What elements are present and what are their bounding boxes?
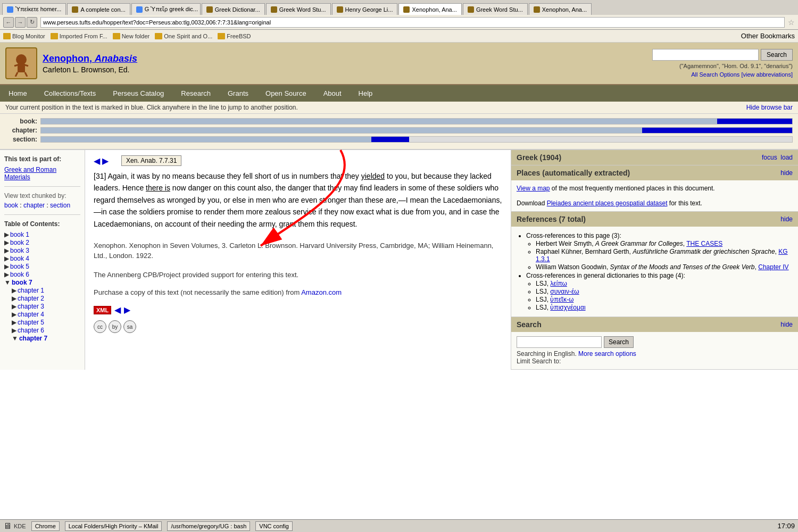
nav-grants[interactable]: Grants (219, 85, 257, 102)
bookmark-new[interactable]: New folder (113, 33, 150, 39)
references-header: References (7 total) hide (511, 212, 798, 227)
nav-opensource[interactable]: Open Source (257, 85, 315, 102)
cc-icon: cc (94, 320, 106, 333)
ref-link-1[interactable]: THE CASES (686, 240, 722, 247)
search-hide[interactable]: hide (780, 321, 793, 328)
cross-ref-sub-list: Herbert Weir Smyth, A Greek Grammar for … (526, 240, 793, 271)
nav-research[interactable]: Research (172, 85, 219, 102)
tab-icon-9 (534, 6, 540, 13)
forward-button[interactable]: → (15, 17, 26, 28)
sa-icon: sa (123, 320, 136, 333)
cross-dict-title-item: Cross-references in general dictionaries… (526, 272, 793, 311)
view-abbreviations[interactable]: [view abbreviations] (741, 71, 793, 78)
xml-button[interactable]: XML (94, 306, 111, 314)
nav-catalog[interactable]: Perseus Catalog (104, 85, 172, 102)
prev-arrow-bottom[interactable]: ◀ (114, 305, 121, 315)
focus-link[interactable]: focus (762, 154, 777, 161)
view-map-link[interactable]: View a map (517, 185, 550, 192)
more-search-options-link[interactable]: More search options (578, 350, 636, 358)
toc-chapter-4[interactable]: ▶ chapter 4 (12, 311, 80, 318)
word-there-is[interactable]: there is (146, 184, 170, 192)
dict-link-2[interactable]: συναιν-έω (550, 288, 579, 295)
nav-collections[interactable]: Collections/Texts (36, 85, 105, 102)
browse-book-track[interactable] (40, 118, 793, 124)
header-search-input[interactable] (652, 49, 759, 61)
toc-chapter-7[interactable]: ▼ chapter 7 (12, 335, 80, 342)
bookmark-blog[interactable]: Blog Monitor (3, 33, 45, 39)
load-link[interactable]: load (780, 154, 793, 161)
next-arrow-bottom[interactable]: ▶ (124, 305, 130, 315)
nav-help[interactable]: Help (350, 85, 381, 102)
greek-title: Greek (1904) (517, 153, 561, 162)
tab-7[interactable]: Xenophon, Ana... (398, 3, 461, 15)
nav-about[interactable]: About (315, 85, 350, 102)
ref-link-3[interactable]: Chapter IV (758, 263, 788, 271)
dict-link-3[interactable]: ὑπεῖκ-ω (550, 296, 573, 303)
arrow-icon: ▶ (4, 239, 9, 246)
toc-chapter-1[interactable]: ▶ chapter 1 (12, 287, 80, 294)
tab-4[interactable]: Greek Dictionar... (202, 3, 265, 15)
chunk-chapter-link[interactable]: chapter (23, 202, 45, 209)
ref-title-3: Syntax of the Moods and Tenses of the Gr… (610, 263, 755, 271)
all-search-options-link[interactable]: All Search Options (691, 71, 739, 78)
header-search-button[interactable]: Search (761, 49, 793, 61)
tab-8[interactable]: Greek Word Stu... (463, 3, 528, 15)
hide-browse-button[interactable]: Hide browse bar (746, 104, 793, 111)
chunk-book-link[interactable]: book (4, 202, 18, 209)
places-pleiades-text: Download Pleiades ancient places geospat… (517, 200, 793, 207)
bookmark-spirit[interactable]: One Spirit and O... (155, 33, 212, 39)
panel-search-input[interactable] (517, 336, 602, 348)
tab-6[interactable]: Henry George Li... (332, 3, 398, 15)
tab-2[interactable]: A complete con... (67, 3, 130, 15)
ref-author-2: Raphael Kühner, Bernhard Gerth, (536, 248, 633, 255)
address-input[interactable] (40, 17, 785, 28)
toc-book-2[interactable]: ▶ book 2 (4, 239, 80, 246)
site-title-area: Xenophon, Anabasis Carleton L. Brownson,… (43, 53, 647, 74)
toc-chapter-5[interactable]: ▶ chapter 5 (12, 319, 80, 326)
prev-arrow-button[interactable]: ◀ (94, 156, 100, 166)
arrow-down-icon: ▼ (12, 335, 18, 342)
bookmark-star[interactable]: ☆ (788, 18, 795, 27)
toc-chapter-3[interactable]: ▶ chapter 3 (12, 303, 80, 310)
word-yielded[interactable]: yielded (361, 172, 385, 180)
dict-link-1[interactable]: λείπω (550, 280, 567, 287)
dict-link-4[interactable]: ὑπισχνέομαι (550, 304, 585, 311)
nav-home[interactable]: Home (0, 85, 36, 102)
tab-9[interactable]: Xenophon, Ana... (529, 3, 592, 15)
toc-book-7[interactable]: ▼ book 7 (4, 279, 80, 286)
tab-5[interactable]: Greek Word Stu... (266, 3, 331, 15)
by-icon: by (109, 320, 121, 333)
chunk-section-link[interactable]: section (50, 202, 70, 209)
arrow-icon: ▶ (4, 231, 9, 238)
amazon-link[interactable]: Amazon.com (301, 288, 342, 296)
back-button[interactable]: ← (3, 17, 14, 28)
toc-chapter-6[interactable]: ▶ chapter 6 (12, 327, 80, 334)
browse-section-track[interactable] (40, 136, 793, 143)
arrow-icon: ▶ (12, 327, 16, 334)
pleiades-link[interactable]: Pleiades ancient places geospatial datas… (547, 200, 668, 207)
site-title[interactable]: Xenophon, Anabasis (43, 53, 647, 64)
toc-book-3[interactable]: ▶ book 3 (4, 247, 80, 254)
search-title: Search (517, 320, 542, 329)
panel-search-button[interactable]: Search (604, 336, 634, 348)
browse-chapter-track[interactable] (40, 127, 793, 134)
dict-prefix-2: LSJ, (536, 288, 550, 295)
next-arrow-button[interactable]: ▶ (102, 156, 109, 166)
tab-icon-7 (403, 6, 410, 13)
refresh-button[interactable]: ↻ (27, 17, 37, 28)
references-hide[interactable]: hide (780, 215, 793, 223)
toc-chapter-2[interactable]: ▶ chapter 2 (12, 295, 80, 302)
tab-3[interactable]: G Ὑπεῖρ greek dic... (131, 3, 201, 15)
tab-1[interactable]: Ὑπείκετε homer... (2, 3, 66, 15)
references-title: References (7 total) (517, 215, 586, 223)
places-hide[interactable]: hide (780, 169, 793, 177)
bookmark-freebsd[interactable]: FreeBSD (218, 33, 251, 39)
greek-roman-link[interactable]: Greek and Roman Materials (4, 166, 80, 181)
toc-book-5[interactable]: ▶ book 5 (4, 263, 80, 270)
toc-book-1[interactable]: ▶ book 1 (4, 231, 80, 238)
bookmark-imported[interactable]: Imported From F... (51, 33, 107, 39)
folder-icon (218, 33, 225, 39)
toc-book-6[interactable]: ▶ book 6 (4, 271, 80, 278)
text-body: [31] Again, it was by no means because t… (94, 170, 502, 230)
toc-book-4[interactable]: ▶ book 4 (4, 255, 80, 262)
